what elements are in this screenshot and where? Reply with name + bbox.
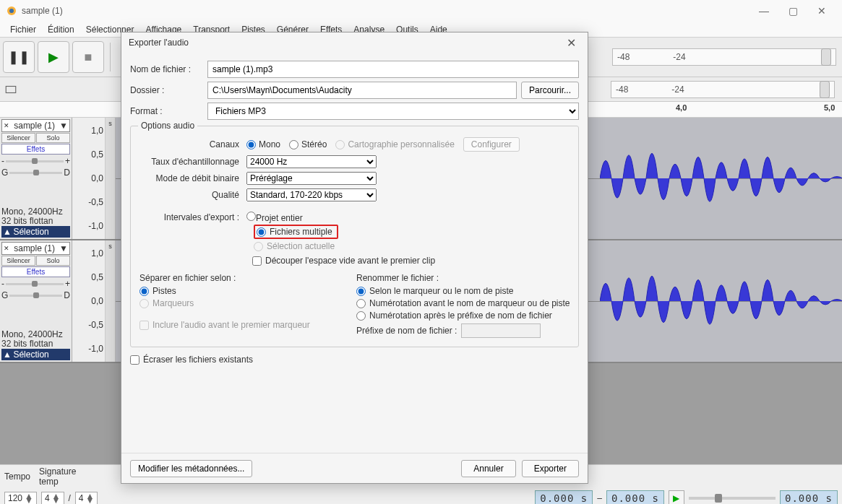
mute-button[interactable]: Silencer <box>1 256 35 266</box>
interval-multiple-radio[interactable]: Fichiers multiple <box>257 227 332 237</box>
close-window-button[interactable]: ✕ <box>807 1 836 21</box>
cancel-button[interactable]: Annuler <box>461 460 515 477</box>
track-name-dropdown[interactable]: ✕ sample (1) ▼ <box>1 242 70 255</box>
chevron-down-icon: ▼ <box>59 243 68 253</box>
prefix-label: Préfixe de nom de fichier : <box>356 326 457 336</box>
speed-slider[interactable] <box>689 497 776 500</box>
sig-den-spinner[interactable]: 4▲▼ <box>75 492 98 504</box>
audio-options-legend: Options audio <box>138 121 197 131</box>
pan-right-label: D <box>64 168 70 178</box>
export-audio-dialog: Exporter l'audio ✕ Nom de fichier : Doss… <box>121 32 588 484</box>
overwrite-checkbox[interactable] <box>130 355 139 365</box>
clip-label[interactable]: s <box>106 240 116 362</box>
setup-icon[interactable] <box>4 83 17 96</box>
time-display-end[interactable]: 0.000 s <box>606 490 664 504</box>
browse-button[interactable]: Parcourir... <box>521 82 579 99</box>
gain-slider[interactable] <box>6 283 64 285</box>
export-button[interactable]: Exporter <box>522 460 579 477</box>
ruler-tick: 4,0 <box>676 103 687 112</box>
playback-meter[interactable]: -48 -24 <box>611 81 835 98</box>
trim-checkbox[interactable] <box>252 256 262 266</box>
toolbar-divider <box>110 43 111 71</box>
channel-custom-radio: Cartographie personnalisée <box>335 139 454 149</box>
selection-indicator[interactable]: ▲ Sélection <box>1 349 70 360</box>
interval-label: Intervales d'export : <box>139 212 246 222</box>
time-display-start[interactable]: 0.000 s <box>535 490 593 504</box>
window-titlebar: sample (1) — ▢ ✕ <box>0 0 842 22</box>
gain-minus-icon: - <box>1 156 4 166</box>
dialog-title: Exporter l'audio <box>129 38 189 48</box>
meter-handle[interactable] <box>821 48 831 66</box>
solo-button[interactable]: Solo <box>36 133 70 143</box>
split-label: Séparer en fichier selon : <box>139 273 342 283</box>
tempo-label: Tempo <box>4 472 30 482</box>
prefix-input <box>461 323 541 338</box>
maximize-button[interactable]: ▢ <box>778 1 807 21</box>
menu-file[interactable]: Fichier <box>4 23 42 36</box>
channel-mono-radio[interactable]: Mono <box>246 139 280 149</box>
trim-label: Découper l'espace vide avant le premier … <box>265 256 435 266</box>
menu-edit[interactable]: Édition <box>42 23 80 36</box>
split-tracks-radio[interactable]: Pistes <box>139 286 342 296</box>
pan-left-label: G <box>1 168 8 178</box>
rename-marker-radio[interactable]: Selon le marqueur ou le nom de piste <box>356 286 570 296</box>
pause-button[interactable]: ❚❚ <box>3 41 35 73</box>
mute-button[interactable]: Silencer <box>1 133 35 143</box>
format-select[interactable]: Fichiers MP3 <box>207 103 579 120</box>
clip-label[interactable]: s <box>106 118 116 239</box>
meter-handle[interactable] <box>820 81 830 98</box>
stop-button[interactable]: ■ <box>72 41 104 73</box>
effects-button[interactable]: Effets <box>1 266 70 277</box>
selection-indicator[interactable]: ▲ Sélection <box>1 226 70 238</box>
track-format-info: Mono, 24000Hz32 bits flottan <box>1 330 70 349</box>
format-label: Format : <box>130 106 207 116</box>
time-display-cursor[interactable]: 0.000 s <box>780 490 838 504</box>
minimize-button[interactable]: — <box>749 1 778 21</box>
gain-plus-icon: + <box>65 156 70 166</box>
effects-button[interactable]: Effets <box>1 144 70 155</box>
rename-num-after-radio[interactable]: Numérotation après le préfixe de nom de … <box>356 310 570 321</box>
channel-stereo-radio[interactable]: Stéréo <box>289 139 327 149</box>
bitrate-mode-select[interactable]: Préréglage <box>246 172 377 185</box>
track-format-info: Mono, 24000Hz 32 bits flottan <box>1 207 70 226</box>
track-name-label: sample (1) <box>14 121 55 131</box>
svg-point-1 <box>9 9 14 13</box>
window-title: sample (1) <box>22 6 749 16</box>
play-at-speed-button[interactable]: ▶ <box>669 490 684 504</box>
folder-input[interactable] <box>207 82 517 99</box>
recording-meter[interactable]: -48 -24 <box>612 48 836 66</box>
quality-select[interactable]: Standard, 170-220 kbps <box>246 188 377 201</box>
sig-num-spinner[interactable]: 4▲▼ <box>41 492 64 504</box>
dialog-close-button[interactable]: ✕ <box>562 36 580 50</box>
meter-mark: -48 <box>617 52 630 62</box>
chevron-down-icon: ▼ <box>59 121 68 131</box>
dialog-titlebar: Exporter l'audio ✕ <box>121 32 588 53</box>
configure-button: Configurer <box>463 137 520 152</box>
audio-options-group: Options audio Canaux Mono Stéréo Cartogr… <box>130 126 579 347</box>
split-markers-radio: Marqueurs <box>139 298 342 308</box>
overwrite-checkbox-row[interactable]: Écraser les fichiers existants <box>130 355 579 365</box>
filename-input[interactable] <box>207 61 579 78</box>
samplerate-select[interactable]: 24000 Hz <box>246 155 377 168</box>
track-name-dropdown[interactable]: ✕ sample (1) ▼ <box>1 119 70 132</box>
tempo-spinner[interactable]: 120▲▼ <box>4 492 37 504</box>
time-dash: – <box>597 493 602 503</box>
signature-label: Signature temp <box>39 466 76 487</box>
meter-mark: -48 <box>616 84 628 95</box>
ruler-tick: 5,0 <box>824 103 835 112</box>
app-logo-icon <box>6 5 17 17</box>
slash: / <box>69 493 71 503</box>
rename-label: Renommer le fichier : <box>356 273 570 283</box>
channels-label: Canaux <box>139 139 246 149</box>
play-button[interactable]: ▶ <box>38 41 69 73</box>
bitrate-mode-label: Mode de débit binaire <box>139 173 246 183</box>
pan-slider[interactable] <box>9 295 62 297</box>
rename-num-before-radio[interactable]: Numérotation avant le nom de marqueur ou… <box>356 298 570 308</box>
edit-metadata-button[interactable]: Modifier les métadonnées... <box>130 460 252 477</box>
meter-mark: -24 <box>671 84 684 95</box>
pan-slider[interactable] <box>9 172 62 174</box>
interval-whole-radio[interactable]: Projet entier <box>246 212 303 223</box>
gain-slider[interactable] <box>6 160 64 162</box>
samplerate-label: Taux d'échantillonnage <box>139 157 246 167</box>
solo-button[interactable]: Solo <box>36 256 70 266</box>
